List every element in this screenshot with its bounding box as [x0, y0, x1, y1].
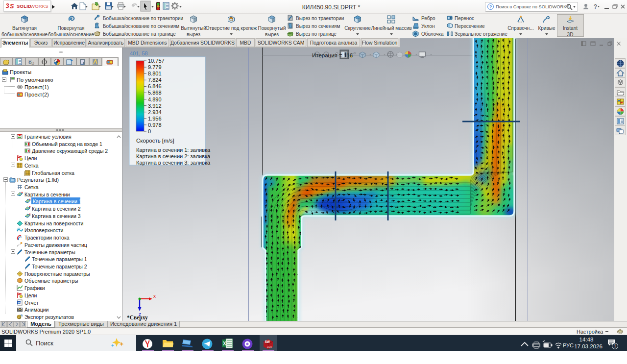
svg-text:SOLID: SOLID	[17, 3, 31, 9]
svg-text:Итерация = 116: Итерация = 116	[312, 52, 353, 58]
svg-text:9.779: 9.779	[148, 64, 162, 70]
svg-text:401, 58: 401, 58	[130, 50, 148, 56]
svg-text:7.824: 7.824	[148, 77, 162, 83]
svg-text:4.890: 4.890	[148, 97, 162, 102]
svg-text:X: X	[223, 341, 226, 346]
svg-text:x: x	[153, 293, 156, 299]
svg-text:0.978: 0.978	[148, 122, 162, 128]
svg-text:W: W	[18, 301, 21, 305]
svg-text:2.934: 2.934	[148, 109, 162, 115]
svg-text:8.801: 8.801	[148, 71, 162, 76]
svg-text:3.912: 3.912	[148, 103, 162, 109]
svg-text:?: ?	[594, 3, 597, 10]
svg-text:*Сверху: *Сверху	[127, 315, 148, 321]
svg-text:WORKS: WORKS	[30, 3, 48, 9]
svg-text:6.846: 6.846	[148, 83, 162, 89]
svg-text:Скорость [m/s]: Скорость [m/s]	[136, 138, 174, 144]
svg-text:S: S	[18, 315, 21, 319]
svg-text:1.956: 1.956	[148, 116, 162, 121]
svg-text:РУС: РУС	[563, 342, 574, 348]
svg-text:Картина в сечении 3: заливка: Картина в сечении 3: заливка	[136, 160, 211, 166]
svg-text:S: S	[10, 3, 14, 10]
svg-text:10.757: 10.757	[148, 58, 165, 64]
svg-text:SW: SW	[265, 340, 270, 343]
svg-text:5.868: 5.868	[148, 90, 162, 96]
svg-text:2020: 2020	[267, 346, 272, 348]
svg-text:Картина в сечении 1: заливка: Картина в сечении 1: заливка	[136, 147, 211, 153]
svg-text:3: 3	[5, 2, 10, 10]
svg-text:Ƀ: Ƀ	[31, 61, 34, 66]
svg-text:0: 0	[148, 128, 151, 134]
svg-text:Картина в сечении 2: заливка: Картина в сечении 2: заливка	[136, 153, 211, 159]
